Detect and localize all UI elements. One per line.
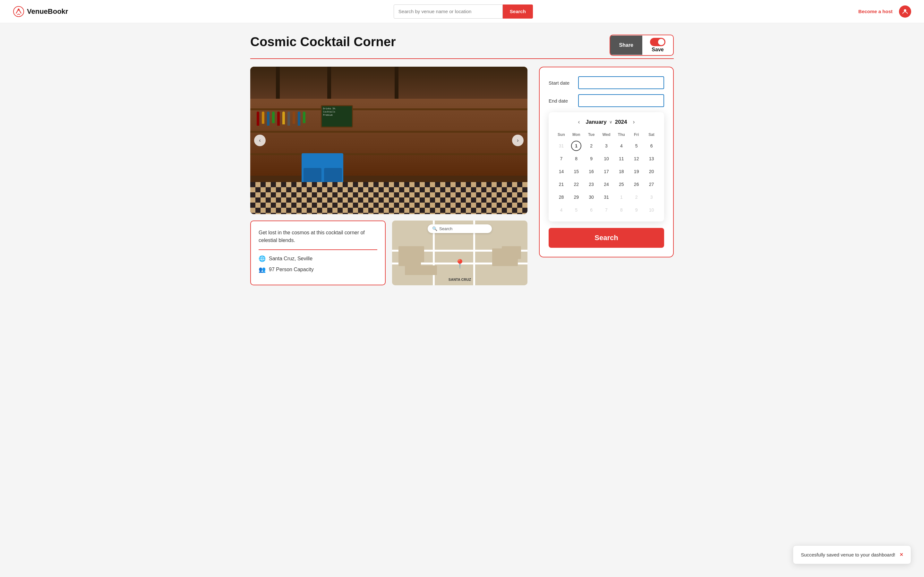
calendar-day[interactable]: 30 [584,191,599,203]
shelf3 [250,153,527,155]
calendar-day[interactable]: 16 [584,165,599,178]
cal-header-mon: Mon [569,131,584,139]
calendar-day[interactable]: 22 [569,178,584,191]
calendar-week-row: 28293031123 [554,191,659,203]
end-date-input[interactable] [578,94,664,107]
calendar-day[interactable]: 4 [554,203,569,216]
map-inner: 🔍 Search 📍 SANTA CRUZ [392,221,527,285]
title-row: Cosmic Cocktail Corner Share Save [250,35,674,56]
calendar-day[interactable]: 6 [584,203,599,216]
calendar-day[interactable]: 27 [644,178,659,191]
map-search-text: Search [439,226,452,231]
map-search-bar[interactable]: 🔍 Search [428,224,492,233]
image-prev-button[interactable]: ‹ [254,135,266,146]
save-area[interactable]: Save [642,35,673,55]
save-toggle[interactable] [650,38,666,46]
search-venue-button[interactable]: Search [549,228,664,248]
calendar-day[interactable]: 15 [569,165,584,178]
calendar-day[interactable]: 2 [584,139,599,152]
calendar-grid: Sun Mon Tue Wed Thu Fri Sat 311234567891… [554,131,659,216]
logo[interactable]: VenueBookr [13,6,68,17]
calendar-day[interactable]: 1 [614,191,629,203]
calendar-day[interactable]: 19 [629,165,644,178]
calendar-day[interactable]: 9 [584,152,599,165]
cal-header-tue: Tue [584,131,599,139]
start-date-row: Start date [549,76,664,89]
info-grid: Get lost in the cosmos at this cocktail … [250,221,527,285]
toast-close-button[interactable]: × [900,551,903,558]
calendar-day[interactable]: 31 [554,139,569,152]
calendar-day[interactable]: 23 [584,178,599,191]
calendar-day[interactable]: 14 [554,165,569,178]
calendar-day[interactable]: 17 [599,165,614,178]
calendar-day[interactable]: 7 [599,203,614,216]
calendar-day-headers: Sun Mon Tue Wed Thu Fri Sat [554,131,659,139]
action-buttons: Share Save [610,35,674,56]
end-date-label: End date [549,98,574,103]
calendar-day[interactable]: 13 [644,152,659,165]
cabinet-door2 [324,168,342,182]
calendar-next-button[interactable]: › [630,117,638,127]
search-input[interactable] [399,9,498,14]
calendar-day[interactable]: 5 [569,203,584,216]
calendar-day[interactable]: 21 [554,178,569,191]
calendar-day[interactable]: 20 [644,165,659,178]
header-search-button[interactable]: Search [503,5,533,19]
calendar-header: ‹ January ∨ 2024 › [554,117,659,127]
calendar-day[interactable]: 3 [644,191,659,203]
calendar-day[interactable]: 29 [569,191,584,203]
calendar-day[interactable]: 7 [554,152,569,165]
calendar-day[interactable]: 18 [614,165,629,178]
calendar-day[interactable]: 1 [569,139,584,152]
calendar-day[interactable]: 31 [599,191,614,203]
calendar-day[interactable]: 11 [614,152,629,165]
venue-location: Santa Cruz, Seville [269,256,312,261]
start-date-input[interactable] [578,76,664,89]
calendar-day[interactable]: 28 [554,191,569,203]
calendar-day[interactable]: 25 [614,178,629,191]
logo-text: VenueBookr [27,7,68,16]
toast-notification: Succesfully saved venue to your dashboar… [793,545,911,564]
calendar-day[interactable]: 9 [629,203,644,216]
calendar-day[interactable]: 6 [644,139,659,152]
venue-capacity-item: 👥 97 Person Capacity [258,266,377,273]
venue-image: Drinks 5%CocktailsPremium ‹ › [250,67,527,214]
counter-top [250,176,527,182]
calendar-day[interactable]: 8 [569,152,584,165]
calendar-day[interactable]: 10 [599,152,614,165]
calendar-day[interactable]: 10 [644,203,659,216]
calendar-day[interactable]: 5 [629,139,644,152]
venue-capacity: 97 Person Capacity [269,267,314,272]
image-next-button[interactable]: › [512,135,523,146]
map-building-5 [492,248,518,266]
calendar-day[interactable]: 8 [614,203,629,216]
calendar-month-dropdown[interactable]: ∨ [609,119,612,124]
beam2 [327,67,331,99]
calendar-week-row: 14151617181920 [554,165,659,178]
calendar-prev-button[interactable]: ‹ [575,117,582,127]
cal-header-sun: Sun [554,131,569,139]
calendar-day[interactable]: 4 [614,139,629,152]
avatar[interactable] [899,5,911,18]
calendar-day[interactable]: 2 [629,191,644,203]
capacity-icon: 👥 [258,266,266,273]
booking-panel: Start date End date ‹ January ∨ 2024 › [539,67,674,258]
become-host-link[interactable]: Become a host [858,9,893,14]
chalkboard: Drinks 5%CocktailsPremium [321,105,353,127]
toast-message: Succesfully saved venue to your dashboar… [801,552,895,558]
location-icon: 🌐 [258,255,266,262]
venue-title: Cosmic Cocktail Corner [250,35,396,49]
calendar-day[interactable]: 3 [599,139,614,152]
cal-header-fri: Fri [629,131,644,139]
calendar-day[interactable]: 12 [629,152,644,165]
map-card: 🔍 Search 📍 SANTA CRUZ [392,221,527,285]
calendar-day[interactable]: 24 [599,178,614,191]
calendar-month-year: January ∨ 2024 [586,119,627,125]
logo-icon [13,6,24,17]
map-area-label: SANTA CRUZ [449,277,471,282]
shelf2 [250,131,527,133]
calendar-week-row: 45678910 [554,203,659,216]
svg-point-2 [904,9,906,11]
share-button[interactable]: Share [610,35,642,55]
calendar-day[interactable]: 26 [629,178,644,191]
